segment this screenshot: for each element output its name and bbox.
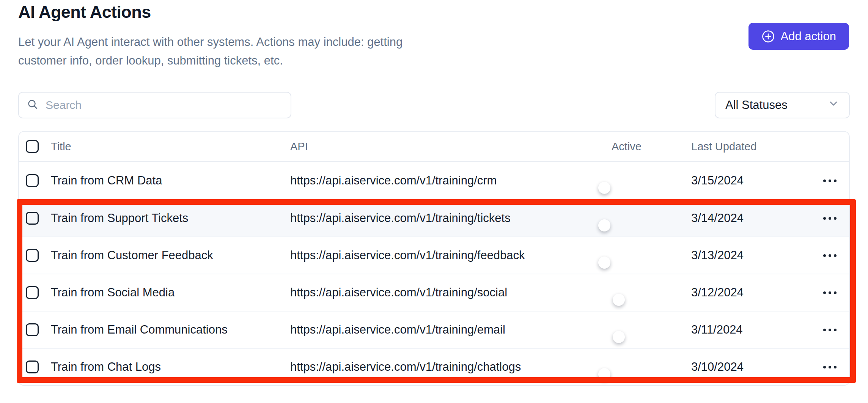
chevron-down-icon (828, 98, 839, 112)
row-checkbox[interactable] (26, 212, 39, 225)
search-input[interactable] (45, 98, 283, 112)
row-actions-menu-button[interactable] (821, 213, 839, 224)
ellipsis-icon (823, 366, 826, 368)
row-actions-menu-button[interactable] (821, 250, 839, 261)
ellipsis-icon (823, 291, 826, 294)
page-description-line: Let your AI Agent interact with other sy… (18, 33, 403, 51)
page-description-line: customer info, order lookup, submitting … (18, 51, 403, 70)
row-title: Train from Support Tickets (51, 211, 290, 225)
ellipsis-icon (823, 254, 826, 257)
row-checkbox[interactable] (26, 360, 39, 373)
toggle-knob (598, 219, 610, 231)
actions-table: Title API Active Last Updated Train from… (18, 131, 850, 386)
row-title: Train from Chat Logs (51, 360, 290, 374)
row-title: Train from Social Media (51, 286, 290, 299)
search-icon (27, 98, 39, 112)
column-header-active: Active (612, 140, 691, 153)
row-title: Train from Email Communications (51, 323, 290, 337)
status-filter-dropdown[interactable]: All Statuses (715, 92, 850, 118)
row-last-updated: 3/15/2024 (691, 174, 820, 187)
ellipsis-icon (823, 217, 826, 220)
row-last-updated: 3/10/2024 (691, 360, 820, 374)
table-body: Train from CRM Data https://api.aiservic… (19, 162, 849, 385)
row-checkbox[interactable] (26, 249, 39, 262)
column-header-title: Title (51, 140, 290, 153)
column-header-last-updated: Last Updated (691, 140, 820, 153)
toggle-knob (613, 331, 625, 343)
row-actions-menu-button[interactable] (821, 324, 839, 336)
ellipsis-icon (823, 179, 826, 182)
row-last-updated: 3/11/2024 (691, 323, 820, 337)
row-api-url: https://api.aiservice.com/v1/training/fe… (290, 249, 612, 262)
search-box (18, 92, 291, 118)
row-checkbox[interactable] (26, 286, 39, 299)
table-row: Train from Email Communications https://… (19, 311, 849, 348)
row-last-updated: 3/13/2024 (691, 249, 820, 262)
table-header-row: Title API Active Last Updated (19, 132, 849, 162)
table-row: Train from Customer Feedback https://api… (19, 236, 849, 274)
page-description: Let your AI Agent interact with other sy… (18, 33, 403, 70)
row-api-url: https://api.aiservice.com/v1/training/ti… (290, 211, 612, 225)
add-action-button[interactable]: Add action (748, 23, 849, 50)
row-api-url: https://api.aiservice.com/v1/training/em… (290, 323, 612, 337)
row-last-updated: 3/14/2024 (691, 211, 820, 225)
row-title: Train from Customer Feedback (51, 249, 290, 262)
row-api-url: https://api.aiservice.com/v1/training/cr… (290, 174, 612, 187)
table-row: Train from Support Tickets https://api.a… (19, 199, 849, 236)
row-checkbox[interactable] (26, 323, 39, 336)
toggle-knob (598, 257, 610, 269)
add-action-label: Add action (781, 30, 837, 43)
row-api-url: https://api.aiservice.com/v1/training/ch… (290, 360, 612, 374)
ai-agent-actions-page: AI Agent Actions Let your AI Agent inter… (0, 0, 868, 403)
ellipsis-icon (823, 329, 826, 331)
toggle-knob (598, 182, 610, 194)
row-title: Train from CRM Data (51, 174, 290, 187)
column-header-api: API (290, 140, 612, 153)
select-all-checkbox[interactable] (26, 140, 39, 153)
table-row: Train from Social Media https://api.aise… (19, 274, 849, 311)
row-actions-menu-button[interactable] (821, 361, 839, 373)
table-row: Train from Chat Logs https://api.aiservi… (19, 348, 849, 385)
toggle-knob (598, 368, 610, 380)
row-actions-menu-button[interactable] (821, 175, 839, 187)
row-actions-menu-button[interactable] (821, 287, 839, 299)
table-row: Train from CRM Data https://api.aiservic… (19, 162, 849, 199)
toggle-knob (613, 294, 625, 306)
row-last-updated: 3/12/2024 (691, 286, 820, 299)
status-filter-value: All Statuses (725, 98, 788, 112)
row-checkbox[interactable] (26, 174, 39, 187)
page-title: AI Agent Actions (18, 2, 151, 22)
row-api-url: https://api.aiservice.com/v1/training/so… (290, 286, 612, 299)
plus-circle-icon (761, 30, 775, 43)
